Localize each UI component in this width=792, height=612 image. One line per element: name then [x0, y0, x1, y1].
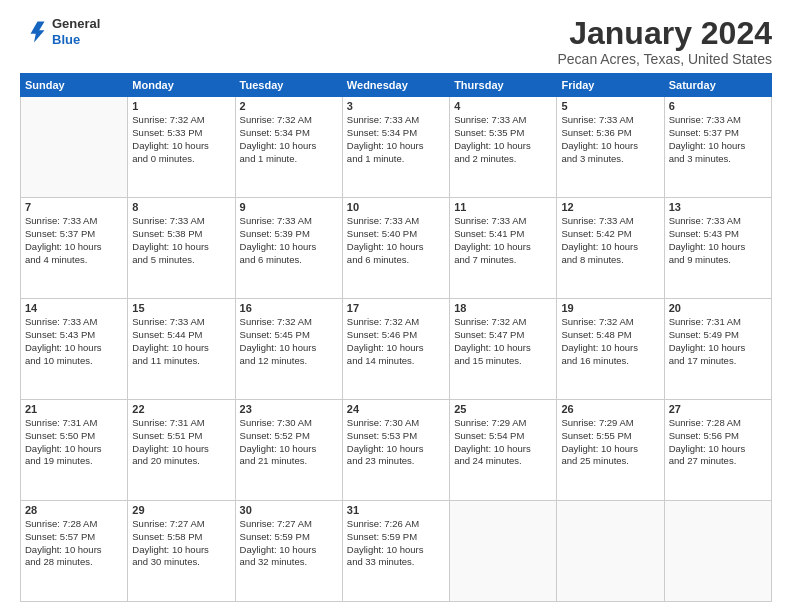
day-number: 31 [347, 504, 445, 516]
day-number: 13 [669, 201, 767, 213]
brand-name: General Blue [52, 16, 100, 47]
day-content: Sunrise: 7:33 AM Sunset: 5:41 PM Dayligh… [454, 215, 552, 266]
col-header-friday: Friday [557, 74, 664, 97]
table-row: 18Sunrise: 7:32 AM Sunset: 5:47 PM Dayli… [450, 299, 557, 400]
day-content: Sunrise: 7:28 AM Sunset: 5:57 PM Dayligh… [25, 518, 123, 569]
day-number: 17 [347, 302, 445, 314]
col-header-thursday: Thursday [450, 74, 557, 97]
logo-icon [20, 18, 48, 46]
col-header-sunday: Sunday [21, 74, 128, 97]
table-row: 22Sunrise: 7:31 AM Sunset: 5:51 PM Dayli… [128, 400, 235, 501]
table-row: 24Sunrise: 7:30 AM Sunset: 5:53 PM Dayli… [342, 400, 449, 501]
day-content: Sunrise: 7:26 AM Sunset: 5:59 PM Dayligh… [347, 518, 445, 569]
day-content: Sunrise: 7:27 AM Sunset: 5:58 PM Dayligh… [132, 518, 230, 569]
day-number: 12 [561, 201, 659, 213]
table-row: 5Sunrise: 7:33 AM Sunset: 5:36 PM Daylig… [557, 97, 664, 198]
calendar-week-row: 21Sunrise: 7:31 AM Sunset: 5:50 PM Dayli… [21, 400, 772, 501]
table-row: 31Sunrise: 7:26 AM Sunset: 5:59 PM Dayli… [342, 501, 449, 602]
day-content: Sunrise: 7:32 AM Sunset: 5:34 PM Dayligh… [240, 114, 338, 165]
table-row: 7Sunrise: 7:33 AM Sunset: 5:37 PM Daylig… [21, 198, 128, 299]
table-row: 23Sunrise: 7:30 AM Sunset: 5:52 PM Dayli… [235, 400, 342, 501]
day-number: 20 [669, 302, 767, 314]
day-content: Sunrise: 7:33 AM Sunset: 5:37 PM Dayligh… [669, 114, 767, 165]
day-number: 10 [347, 201, 445, 213]
day-content: Sunrise: 7:33 AM Sunset: 5:40 PM Dayligh… [347, 215, 445, 266]
main-title: January 2024 [557, 16, 772, 51]
calendar-week-row: 28Sunrise: 7:28 AM Sunset: 5:57 PM Dayli… [21, 501, 772, 602]
day-number: 26 [561, 403, 659, 415]
day-content: Sunrise: 7:31 AM Sunset: 5:50 PM Dayligh… [25, 417, 123, 468]
table-row: 17Sunrise: 7:32 AM Sunset: 5:46 PM Dayli… [342, 299, 449, 400]
day-content: Sunrise: 7:31 AM Sunset: 5:51 PM Dayligh… [132, 417, 230, 468]
day-number: 11 [454, 201, 552, 213]
header: General Blue January 2024 Pecan Acres, T… [20, 16, 772, 67]
day-number: 1 [132, 100, 230, 112]
day-content: Sunrise: 7:29 AM Sunset: 5:54 PM Dayligh… [454, 417, 552, 468]
day-number: 22 [132, 403, 230, 415]
calendar-week-row: 14Sunrise: 7:33 AM Sunset: 5:43 PM Dayli… [21, 299, 772, 400]
table-row: 2Sunrise: 7:32 AM Sunset: 5:34 PM Daylig… [235, 97, 342, 198]
day-number: 30 [240, 504, 338, 516]
table-row: 20Sunrise: 7:31 AM Sunset: 5:49 PM Dayli… [664, 299, 771, 400]
col-header-monday: Monday [128, 74, 235, 97]
table-row: 12Sunrise: 7:33 AM Sunset: 5:42 PM Dayli… [557, 198, 664, 299]
day-number: 2 [240, 100, 338, 112]
calendar-table: Sunday Monday Tuesday Wednesday Thursday… [20, 73, 772, 602]
logo: General Blue [20, 16, 100, 47]
day-number: 14 [25, 302, 123, 314]
day-content: Sunrise: 7:29 AM Sunset: 5:55 PM Dayligh… [561, 417, 659, 468]
day-content: Sunrise: 7:33 AM Sunset: 5:34 PM Dayligh… [347, 114, 445, 165]
day-number: 6 [669, 100, 767, 112]
col-header-wednesday: Wednesday [342, 74, 449, 97]
day-content: Sunrise: 7:33 AM Sunset: 5:43 PM Dayligh… [669, 215, 767, 266]
col-header-saturday: Saturday [664, 74, 771, 97]
day-number: 15 [132, 302, 230, 314]
day-number: 9 [240, 201, 338, 213]
table-row [557, 501, 664, 602]
col-header-tuesday: Tuesday [235, 74, 342, 97]
table-row: 27Sunrise: 7:28 AM Sunset: 5:56 PM Dayli… [664, 400, 771, 501]
table-row [450, 501, 557, 602]
table-row: 10Sunrise: 7:33 AM Sunset: 5:40 PM Dayli… [342, 198, 449, 299]
table-row [21, 97, 128, 198]
day-number: 21 [25, 403, 123, 415]
day-number: 19 [561, 302, 659, 314]
table-row: 1Sunrise: 7:32 AM Sunset: 5:33 PM Daylig… [128, 97, 235, 198]
table-row: 29Sunrise: 7:27 AM Sunset: 5:58 PM Dayli… [128, 501, 235, 602]
day-number: 27 [669, 403, 767, 415]
day-content: Sunrise: 7:33 AM Sunset: 5:39 PM Dayligh… [240, 215, 338, 266]
day-number: 5 [561, 100, 659, 112]
page: General Blue January 2024 Pecan Acres, T… [0, 0, 792, 612]
table-row: 14Sunrise: 7:33 AM Sunset: 5:43 PM Dayli… [21, 299, 128, 400]
table-row: 13Sunrise: 7:33 AM Sunset: 5:43 PM Dayli… [664, 198, 771, 299]
day-content: Sunrise: 7:33 AM Sunset: 5:36 PM Dayligh… [561, 114, 659, 165]
day-number: 18 [454, 302, 552, 314]
table-row: 16Sunrise: 7:32 AM Sunset: 5:45 PM Dayli… [235, 299, 342, 400]
day-content: Sunrise: 7:30 AM Sunset: 5:52 PM Dayligh… [240, 417, 338, 468]
table-row: 15Sunrise: 7:33 AM Sunset: 5:44 PM Dayli… [128, 299, 235, 400]
day-content: Sunrise: 7:33 AM Sunset: 5:44 PM Dayligh… [132, 316, 230, 367]
calendar-week-row: 7Sunrise: 7:33 AM Sunset: 5:37 PM Daylig… [21, 198, 772, 299]
day-content: Sunrise: 7:33 AM Sunset: 5:43 PM Dayligh… [25, 316, 123, 367]
day-number: 28 [25, 504, 123, 516]
day-content: Sunrise: 7:33 AM Sunset: 5:38 PM Dayligh… [132, 215, 230, 266]
calendar-header-row: Sunday Monday Tuesday Wednesday Thursday… [21, 74, 772, 97]
day-content: Sunrise: 7:31 AM Sunset: 5:49 PM Dayligh… [669, 316, 767, 367]
table-row: 28Sunrise: 7:28 AM Sunset: 5:57 PM Dayli… [21, 501, 128, 602]
day-content: Sunrise: 7:33 AM Sunset: 5:42 PM Dayligh… [561, 215, 659, 266]
calendar-week-row: 1Sunrise: 7:32 AM Sunset: 5:33 PM Daylig… [21, 97, 772, 198]
day-number: 16 [240, 302, 338, 314]
table-row [664, 501, 771, 602]
table-row: 6Sunrise: 7:33 AM Sunset: 5:37 PM Daylig… [664, 97, 771, 198]
day-content: Sunrise: 7:32 AM Sunset: 5:45 PM Dayligh… [240, 316, 338, 367]
table-row: 19Sunrise: 7:32 AM Sunset: 5:48 PM Dayli… [557, 299, 664, 400]
day-content: Sunrise: 7:32 AM Sunset: 5:46 PM Dayligh… [347, 316, 445, 367]
day-number: 29 [132, 504, 230, 516]
day-content: Sunrise: 7:33 AM Sunset: 5:35 PM Dayligh… [454, 114, 552, 165]
day-number: 4 [454, 100, 552, 112]
day-number: 23 [240, 403, 338, 415]
day-number: 7 [25, 201, 123, 213]
day-number: 3 [347, 100, 445, 112]
subtitle: Pecan Acres, Texas, United States [557, 51, 772, 67]
table-row: 3Sunrise: 7:33 AM Sunset: 5:34 PM Daylig… [342, 97, 449, 198]
